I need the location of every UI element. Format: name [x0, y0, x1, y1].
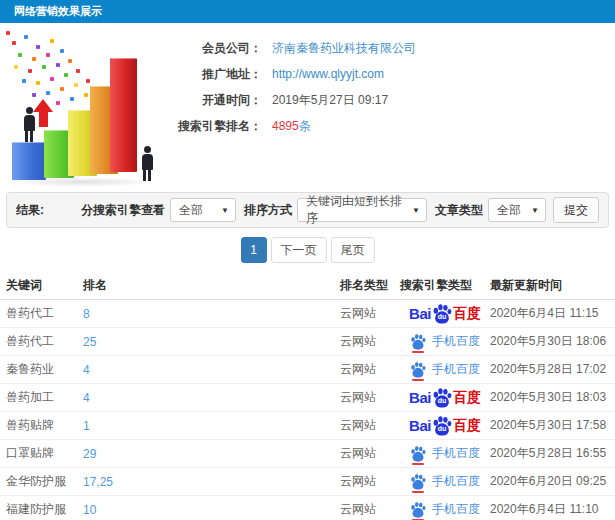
sort-order-select[interactable]: 关键词由短到长排序▼: [297, 198, 427, 222]
baidu-logo-cn: 百度: [453, 305, 481, 323]
selected-value: 全部: [179, 202, 203, 219]
bar-blue: [12, 142, 46, 180]
table-row: 金华防护服17,25云网站手机百度2020年6月20日 09:25: [0, 468, 615, 496]
article-type-select[interactable]: 全部▼: [488, 198, 546, 222]
info-row: 开通时间：2019年5月27日 09:17: [170, 87, 615, 113]
baidu-paw-icon: [410, 334, 426, 350]
rank-link[interactable]: 25: [83, 335, 340, 349]
bar-red: [110, 58, 137, 172]
baidu-logo-bai: Bai: [409, 389, 431, 406]
updated-time-cell: 2020年5月30日 17:58: [490, 417, 615, 434]
rank-type-cell: 云网站: [340, 501, 400, 518]
keyword-cell: 兽药代工: [0, 305, 83, 322]
businessman-figure-right: [140, 146, 154, 181]
rank-type-cell: 云网站: [340, 389, 400, 406]
baidu-logo-du: du: [438, 312, 447, 319]
filter-label-article-type: 文章类型: [435, 202, 483, 219]
baidu-logo-du: du: [438, 396, 447, 403]
updated-time-cell: 2020年6月20日 09:25: [490, 473, 615, 490]
rank-count-unit: 条: [299, 119, 311, 133]
mobile-baidu-label: 手机百度: [432, 333, 480, 350]
table-body: 兽药代工8云网站Baidu百度2020年6月4日 11:15兽药代工25云网站手…: [0, 300, 615, 520]
rank-link[interactable]: 4: [83, 391, 340, 405]
updated-time-cell: 2020年6月4日 11:10: [490, 501, 615, 518]
info-row: 搜索引擎排名：4895条: [170, 113, 615, 139]
mobile-baidu-logo: 手机百度: [410, 333, 480, 350]
table-row: 兽药代工25云网站手机百度2020年5月30日 18:06: [0, 328, 615, 356]
window-titlebar: 网络营销效果展示: [0, 0, 615, 23]
info-row: 推广地址：http://www.qlyyjt.com: [170, 61, 615, 87]
promotion-url-link[interactable]: http://www.qlyyjt.com: [272, 67, 384, 81]
updated-time-cell: 2020年5月28日 16:55: [490, 445, 615, 462]
baidu-logo-cn: 百度: [453, 389, 481, 407]
businessman-figure-left: [22, 107, 36, 142]
column-header: 搜索引擎类型: [400, 277, 490, 294]
rank-link[interactable]: 8: [83, 307, 340, 321]
column-header: 排名类型: [340, 277, 400, 294]
updated-time-cell: 2020年5月30日 18:03: [490, 389, 615, 406]
results-table: 关键词排名排名类型搜索引擎类型最新更新时间 兽药代工8云网站Baidu百度202…: [0, 272, 615, 520]
info-label: 推广地址：: [170, 66, 262, 83]
pagination: 1下一页尾页: [0, 228, 615, 272]
mobile-baidu-label: 手机百度: [432, 361, 480, 378]
results-label: 结果:: [16, 202, 44, 219]
selected-value: 全部: [497, 202, 521, 219]
baidu-paw-icon: du: [432, 304, 452, 324]
rank-link[interactable]: 29: [83, 447, 340, 461]
mobile-baidu-label: 手机百度: [432, 445, 480, 462]
member-company-link[interactable]: 济南秦鲁药业科技有限公司: [272, 40, 416, 57]
updated-time-cell: 2020年5月28日 17:02: [490, 361, 615, 378]
chevron-down-icon: ▼: [412, 206, 420, 215]
rank-type-cell: 云网站: [340, 305, 400, 322]
page-button-current[interactable]: 1: [241, 237, 267, 263]
info-panel: 会员公司：济南秦鲁药业科技有限公司推广地址：http://www.qlyyjt.…: [170, 23, 615, 139]
open-time-value: 2019年5月27日 09:17: [272, 92, 388, 109]
keyword-cell: 兽药贴牌: [0, 417, 83, 434]
rank-link[interactable]: 4: [83, 363, 340, 377]
baidu-paw-icon: du: [432, 388, 452, 408]
keyword-cell: 兽药代工: [0, 333, 83, 350]
column-header: 最新更新时间: [490, 277, 615, 294]
table-header-row: 关键词排名排名类型搜索引擎类型最新更新时间: [0, 272, 615, 300]
engine-cell: 手机百度: [400, 445, 490, 462]
info-row: 会员公司：济南秦鲁药业科技有限公司: [170, 35, 615, 61]
baidu-logo: Baidu百度: [409, 388, 481, 408]
baidu-logo-du: du: [438, 424, 447, 431]
keyword-cell: 金华防护服: [0, 473, 83, 490]
baidu-paw-icon: [410, 446, 426, 462]
engine-cell: 手机百度: [400, 501, 490, 518]
engine-cell: 手机百度: [400, 333, 490, 350]
last-page-button[interactable]: 尾页: [331, 237, 375, 263]
selected-value: 关键词由短到长排序: [306, 193, 406, 227]
filter-controls: 分搜索引擎查看全部▼排序方式关键词由短到长排序▼文章类型全部▼提交: [78, 197, 599, 223]
next-page-button[interactable]: 下一页: [271, 237, 327, 263]
info-label: 开通时间：: [170, 92, 262, 109]
baidu-paw-icon: [410, 362, 426, 378]
confetti-dots: [6, 31, 10, 35]
table-row: 秦鲁药业4云网站手机百度2020年5月28日 17:02: [0, 356, 615, 384]
engine-cell: Baidu百度: [400, 416, 490, 436]
rank-link[interactable]: 10: [83, 503, 340, 517]
baidu-logo: Baidu百度: [409, 416, 481, 436]
chevron-down-icon: ▼: [531, 206, 539, 215]
info-section: 会员公司：济南秦鲁药业科技有限公司推广地址：http://www.qlyyjt.…: [0, 23, 615, 190]
engine-cell: Baidu百度: [400, 388, 490, 408]
rank-link[interactable]: 17,25: [83, 475, 340, 489]
submit-button[interactable]: 提交: [553, 197, 599, 223]
table-row: 兽药代工8云网站Baidu百度2020年6月4日 11:15: [0, 300, 615, 328]
search-engine-rank-count: 4895条: [272, 118, 311, 135]
mobile-baidu-logo: 手机百度: [410, 361, 480, 378]
page-title: 网络营销效果展示: [14, 5, 102, 17]
keyword-cell: 秦鲁药业: [0, 361, 83, 378]
updated-time-cell: 2020年5月30日 18:06: [490, 333, 615, 350]
baidu-logo-bai: Bai: [409, 305, 431, 322]
table-row: 兽药加工4云网站Baidu百度2020年5月30日 18:03: [0, 384, 615, 412]
rank-link[interactable]: 1: [83, 419, 340, 433]
keyword-cell: 口罩贴牌: [0, 445, 83, 462]
baidu-logo-bai: Bai: [409, 417, 431, 434]
mobile-baidu-logo: 手机百度: [410, 445, 480, 462]
baidu-paw-icon: [410, 502, 426, 518]
growth-chart-illustration: [2, 29, 170, 187]
keyword-cell: 兽药加工: [0, 389, 83, 406]
engine-filter-select[interactable]: 全部▼: [170, 198, 236, 222]
